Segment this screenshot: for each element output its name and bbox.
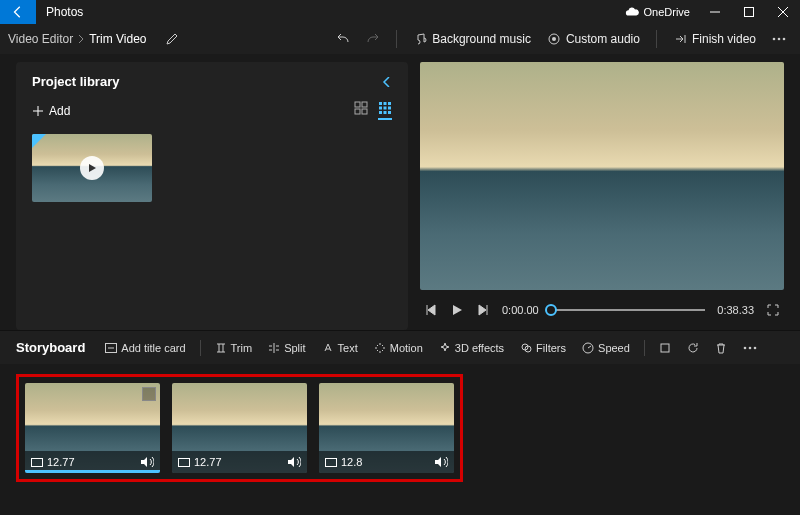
motion-button[interactable]: Motion: [368, 339, 429, 357]
volume-icon[interactable]: [140, 456, 154, 468]
app-title: Photos: [36, 5, 93, 19]
command-bar: Video Editor Trim Video Background music…: [0, 24, 800, 54]
svg-point-3: [773, 38, 776, 41]
rotate-button[interactable]: [681, 339, 705, 357]
player-controls: 0:00.00 0:38.33: [420, 290, 784, 330]
3d-effects-button[interactable]: 3D effects: [433, 339, 510, 357]
redo-button[interactable]: [360, 28, 386, 50]
grid-large-icon: [354, 101, 368, 115]
svg-point-25: [749, 346, 752, 349]
maximize-button[interactable]: [732, 0, 766, 24]
next-frame-button[interactable]: [476, 303, 490, 317]
svg-point-4: [778, 38, 781, 41]
motion-icon: [374, 342, 386, 354]
svg-rect-11: [384, 102, 387, 105]
trim-button[interactable]: Trim: [209, 339, 259, 357]
svg-point-2: [552, 37, 556, 41]
svg-rect-9: [362, 109, 367, 114]
time-total: 0:38.33: [717, 304, 754, 316]
add-media-button[interactable]: Add: [32, 104, 70, 118]
cloud-icon: [625, 7, 639, 17]
clip-duration: 12.77: [47, 456, 75, 468]
library-thumbnail[interactable]: [32, 134, 152, 202]
preview-video[interactable]: [420, 62, 784, 290]
onedrive-label: OneDrive: [644, 6, 690, 18]
svg-rect-23: [661, 344, 669, 352]
svg-rect-6: [355, 102, 360, 107]
minimize-button[interactable]: [698, 0, 732, 24]
svg-rect-18: [388, 111, 391, 114]
fullscreen-button[interactable]: [766, 303, 780, 317]
undo-button[interactable]: [330, 28, 356, 50]
chevron-right-icon: [77, 35, 85, 43]
volume-icon[interactable]: [434, 456, 448, 468]
speed-button[interactable]: Speed: [576, 339, 636, 357]
resize-button[interactable]: [653, 339, 677, 357]
seek-bar[interactable]: [551, 305, 706, 315]
audio-icon: [547, 32, 561, 46]
svg-rect-28: [179, 458, 190, 466]
view-toggle: [354, 101, 392, 120]
add-title-card-button[interactable]: Add title card: [99, 339, 191, 357]
pencil-icon[interactable]: [165, 32, 179, 46]
grid-large-view[interactable]: [354, 101, 368, 120]
aspect-icon: [325, 458, 337, 467]
split-button[interactable]: Split: [262, 339, 311, 357]
more-button[interactable]: [766, 33, 792, 45]
export-icon: [673, 32, 687, 46]
svg-rect-27: [32, 458, 43, 466]
onedrive-status[interactable]: OneDrive: [617, 6, 698, 18]
split-icon: [268, 342, 280, 354]
filters-icon: [520, 342, 532, 354]
svg-rect-12: [388, 102, 391, 105]
grid-small-view[interactable]: [378, 101, 392, 120]
chevron-left-icon[interactable]: [382, 77, 392, 87]
music-icon: [413, 32, 427, 46]
sparkle-icon: [439, 342, 451, 354]
svg-rect-14: [384, 107, 387, 110]
svg-point-24: [744, 346, 747, 349]
play-button[interactable]: [450, 303, 464, 317]
text-icon: [322, 342, 334, 354]
ellipsis-icon: [772, 37, 786, 41]
svg-point-5: [783, 38, 786, 41]
filters-button[interactable]: Filters: [514, 339, 572, 357]
svg-point-26: [754, 346, 757, 349]
clip-0[interactable]: 12.77: [25, 383, 160, 473]
back-button[interactable]: [0, 0, 36, 24]
svg-rect-8: [355, 109, 360, 114]
clip-duration: 12.77: [194, 456, 222, 468]
storyboard-more-button[interactable]: [737, 343, 763, 353]
clip-1[interactable]: 12.77: [172, 383, 307, 473]
breadcrumb-root[interactable]: Video Editor: [8, 32, 73, 46]
card-icon: [105, 343, 117, 353]
clip-info: 12.8: [319, 451, 454, 473]
svg-rect-7: [362, 102, 367, 107]
svg-rect-15: [388, 107, 391, 110]
arrow-left-icon: [11, 5, 25, 19]
custom-audio-button[interactable]: Custom audio: [541, 28, 646, 50]
workspace: Project library Add 0:00.00: [0, 54, 800, 330]
crop-icon: [659, 342, 671, 354]
preview-pane: 0:00.00 0:38.33: [412, 54, 800, 330]
redo-icon: [366, 32, 380, 46]
aspect-icon: [31, 458, 43, 467]
project-library-panel: Project library Add: [16, 62, 408, 330]
storyboard-title: Storyboard: [16, 340, 85, 355]
svg-rect-10: [379, 102, 382, 105]
speed-icon: [582, 342, 594, 354]
delete-button[interactable]: [709, 339, 733, 357]
clip-2[interactable]: 12.8: [319, 383, 454, 473]
trash-icon: [715, 342, 727, 354]
volume-icon[interactable]: [287, 456, 301, 468]
storyboard-strip: 12.7712.7712.8: [0, 364, 800, 514]
prev-frame-button[interactable]: [424, 303, 438, 317]
grid-small-icon: [378, 101, 392, 115]
aspect-icon: [178, 458, 190, 467]
finish-video-button[interactable]: Finish video: [667, 28, 762, 50]
text-button[interactable]: Text: [316, 339, 364, 357]
bg-music-button[interactable]: Background music: [407, 28, 537, 50]
close-button[interactable]: [766, 0, 800, 24]
select-checkbox[interactable]: [142, 387, 156, 401]
play-overlay-icon: [80, 156, 104, 180]
